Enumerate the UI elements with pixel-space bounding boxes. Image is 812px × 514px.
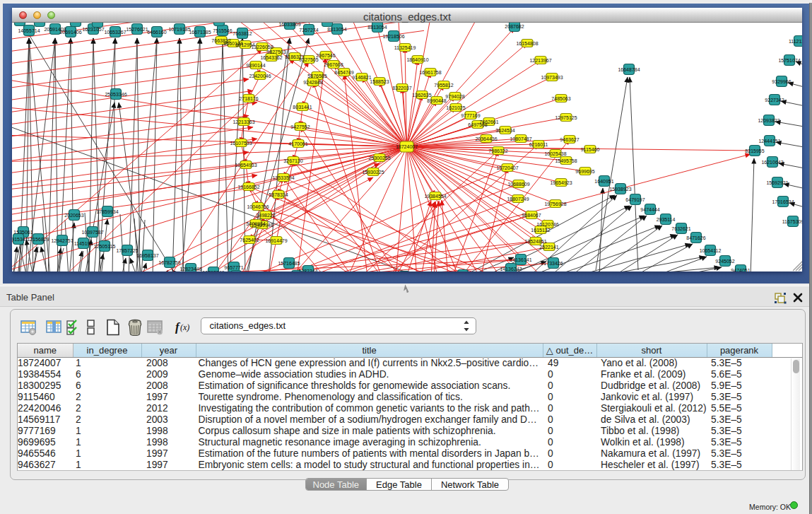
svg-text:10653267: 10653267 — [104, 30, 126, 35]
svg-text:3498222: 3498222 — [256, 213, 275, 218]
svg-text:20691406: 20691406 — [59, 30, 81, 35]
svg-text:16961758: 16961758 — [419, 70, 441, 75]
svg-text:9227342: 9227342 — [765, 98, 784, 103]
svg-text:1615132: 1615132 — [531, 228, 550, 233]
svg-text:10025438: 10025438 — [544, 151, 566, 156]
svg-text:16914479: 16914479 — [265, 238, 287, 243]
svg-text:7663812: 7663812 — [233, 31, 252, 36]
svg-text:5876585: 5876585 — [307, 74, 326, 78]
svg-text:1733426: 1733426 — [543, 261, 563, 266]
svg-text:9890144: 9890144 — [246, 63, 265, 68]
svg-text:17016534: 17016534 — [772, 199, 794, 204]
svg-text:8322037: 8322037 — [392, 86, 411, 90]
svg-text:6479197: 6479197 — [625, 197, 645, 202]
svg-text:9827503: 9827503 — [266, 49, 286, 54]
svg-text:9115460: 9115460 — [581, 147, 600, 152]
svg-text:16210643: 16210643 — [761, 160, 783, 165]
svg-text:2967608: 2967608 — [324, 62, 343, 67]
svg-text:17859934: 17859934 — [96, 209, 118, 214]
svg-text:11675309: 11675309 — [782, 219, 802, 224]
svg-text:3915341: 3915341 — [12, 237, 28, 242]
svg-text:19654923: 19654923 — [550, 180, 572, 185]
svg-text:12093822: 12093822 — [758, 118, 779, 123]
svg-text:15938923: 15938923 — [609, 187, 631, 192]
svg-text:10719185: 10719185 — [168, 27, 190, 32]
svg-text:10654933: 10654933 — [235, 163, 257, 168]
svg-text:25300255: 25300255 — [368, 156, 390, 160]
svg-text:16033809: 16033809 — [278, 23, 300, 27]
svg-text:10688609: 10688609 — [507, 182, 529, 187]
svg-text:10397587: 10397587 — [81, 230, 103, 235]
svg-text:2935114: 2935114 — [657, 217, 676, 222]
svg-text:11121314: 11121314 — [789, 39, 802, 44]
svg-text:1535061: 1535061 — [13, 230, 33, 235]
svg-text:1282344: 1282344 — [298, 269, 317, 272]
svg-text:3624534: 3624534 — [495, 128, 514, 133]
svg-text:14136141: 14136141 — [510, 257, 531, 262]
svg-text:15692921: 15692921 — [766, 180, 788, 185]
svg-text:15751074: 15751074 — [778, 58, 800, 63]
svg-text:12444151: 12444151 — [758, 139, 780, 144]
svg-text:(x): (x) — [180, 322, 189, 332]
svg-text:7625402: 7625402 — [240, 238, 259, 243]
svg-text:9242848: 9242848 — [303, 80, 322, 85]
svg-text:8215955: 8215955 — [745, 148, 764, 153]
svg-text:15276021: 15276021 — [126, 27, 148, 32]
svg-text:3267130: 3267130 — [283, 158, 302, 163]
svg-text:14136242: 14136242 — [500, 267, 522, 271]
svg-text:12213363: 12213363 — [233, 119, 254, 124]
svg-text:16543362: 16543362 — [260, 55, 282, 60]
svg-text:15495758: 15495758 — [555, 158, 577, 163]
svg-text:9657771: 9657771 — [224, 265, 243, 270]
svg-text:19756928: 19756928 — [544, 201, 566, 206]
svg-text:9146821: 9146821 — [352, 75, 371, 80]
svg-text:15720407: 15720407 — [496, 165, 518, 170]
svg-text:13226058: 13226058 — [251, 45, 273, 49]
svg-text:17857225: 17857225 — [116, 248, 138, 253]
svg-text:5409934: 5409934 — [246, 221, 265, 226]
svg-text:15716485: 15716485 — [278, 261, 300, 266]
svg-text:13524851: 13524851 — [524, 239, 546, 244]
svg-text:10292346: 10292346 — [202, 270, 224, 272]
svg-text:9699695: 9699695 — [575, 169, 594, 174]
svg-text:9794028: 9794028 — [445, 94, 464, 99]
svg-text:12823448: 12823448 — [180, 267, 201, 271]
svg-text:7955812: 7955812 — [434, 83, 453, 88]
svg-text:7462661: 7462661 — [479, 119, 498, 124]
svg-text:1640951: 1640951 — [594, 179, 613, 184]
svg-text:19384554: 19384554 — [424, 194, 446, 199]
svg-text:12505115: 12505115 — [94, 244, 116, 249]
svg-text:15930225: 15930225 — [362, 170, 384, 175]
svg-text:20364436: 20364436 — [475, 136, 497, 141]
svg-text:5878334: 5878334 — [269, 192, 288, 197]
svg-text:9329966: 9329966 — [772, 79, 791, 84]
svg-text:16154808: 16154808 — [516, 41, 538, 46]
svg-text:1145193: 1145193 — [74, 241, 93, 246]
svg-text:9427552: 9427552 — [290, 124, 310, 129]
svg-text:16671385: 16671385 — [189, 30, 211, 35]
svg-text:9684067: 9684067 — [522, 213, 541, 218]
svg-text:9463627: 9463627 — [560, 137, 579, 142]
svg-text:9474051: 9474051 — [731, 268, 750, 272]
svg-text:16648784: 16648784 — [618, 67, 640, 72]
svg-text:10973493: 10973493 — [541, 75, 563, 80]
svg-text:4170061: 4170061 — [288, 141, 307, 146]
svg-text:19166852: 19166852 — [237, 185, 259, 189]
svg-text:16782759: 16782759 — [158, 260, 180, 265]
svg-text:9245052: 9245052 — [715, 259, 734, 264]
svg-text:2718176: 2718176 — [239, 96, 258, 101]
svg-text:8454749: 8454749 — [334, 70, 353, 75]
svg-text:14055714: 14055714 — [18, 28, 40, 33]
svg-text:12213967: 12213967 — [529, 58, 551, 63]
svg-text:10654112: 10654112 — [700, 248, 722, 253]
svg-text:8471626: 8471626 — [686, 235, 705, 240]
svg-text:8990448: 8990448 — [427, 98, 446, 103]
svg-text:23420046: 23420046 — [249, 74, 271, 78]
svg-text:8031441: 8031441 — [293, 105, 312, 110]
svg-text:6466160: 6466160 — [147, 30, 166, 35]
svg-text:6216011: 6216011 — [529, 142, 548, 147]
svg-text:1621025: 1621025 — [446, 105, 465, 110]
svg-text:16107533: 16107533 — [230, 141, 252, 146]
svg-text:18807249: 18807249 — [507, 197, 529, 201]
svg-text:10046766: 10046766 — [247, 204, 269, 209]
